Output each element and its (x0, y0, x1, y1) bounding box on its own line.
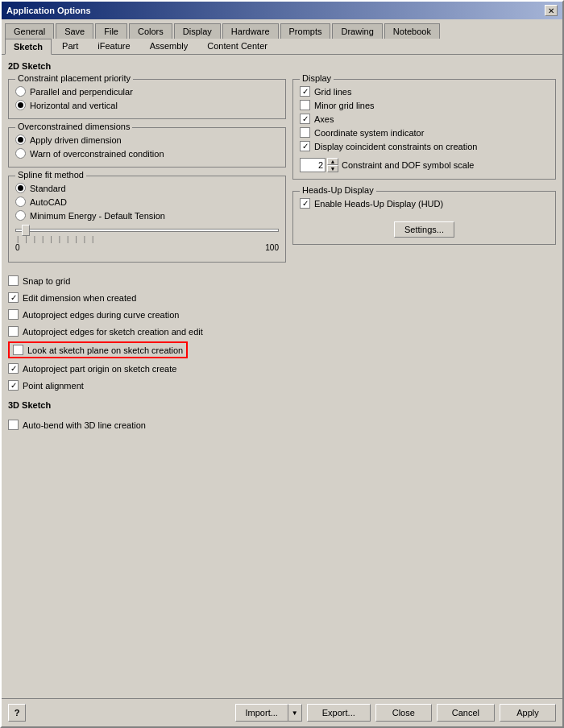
slider-labels: 0 100 (15, 243, 279, 252)
close-button[interactable]: Close (375, 704, 432, 722)
two-column-layout: Constraint placement priority Parallel a… (8, 79, 556, 266)
spline-slider-track[interactable] (15, 229, 279, 232)
check-hud[interactable]: Enable Heads-Up Display (HUD) (300, 196, 549, 210)
check-auto-bend[interactable]: Auto-bend with 3D line creation (8, 418, 556, 432)
checkbox-minor-grid-lines[interactable] (300, 100, 310, 110)
checkbox-autoproject-sketch[interactable] (8, 326, 19, 337)
checkbox-axes[interactable] (300, 114, 310, 124)
tab-save[interactable]: Save (56, 23, 93, 39)
radio-warn-btn[interactable] (15, 148, 26, 159)
label-autoproject-curve: Autoproject edges during curve creation (23, 310, 179, 320)
tab-prompts[interactable]: Prompts (280, 23, 331, 39)
tab-colors[interactable]: Colors (129, 23, 172, 39)
apply-button[interactable]: Apply (500, 704, 556, 722)
check-autoproject-origin[interactable]: Autoproject part origin on sketch create (8, 362, 556, 375)
radio-standard[interactable]: Standard (15, 181, 279, 195)
import-dropdown-arrow[interactable]: ▼ (288, 704, 302, 722)
tab-file[interactable]: File (95, 23, 127, 39)
radio-apply-driven[interactable]: Apply driven dimension (15, 133, 279, 147)
checkbox-grid-lines[interactable] (300, 86, 310, 97)
check-edit-dimension[interactable]: Edit dimension when created (8, 291, 556, 304)
spinner-buttons: ▲ ▼ (327, 158, 338, 172)
hud-group-title: Heads-Up Display (300, 185, 376, 195)
label-snap-to-grid: Snap to grid (23, 276, 70, 286)
tab-content-center[interactable]: Content Center (198, 38, 276, 54)
hud-settings-button[interactable]: Settings... (394, 221, 454, 238)
tab-drawing[interactable]: Drawing (332, 23, 382, 39)
checkbox-auto-bend[interactable] (8, 420, 19, 430)
spinner-down-btn[interactable]: ▼ (327, 165, 338, 172)
export-button[interactable]: Export... (307, 704, 371, 722)
tabs-row-2: Sketch Part iFeature Assembly Content Ce… (2, 38, 562, 55)
radio-horizontal-btn[interactable] (15, 100, 26, 110)
checkbox-hud[interactable] (300, 198, 310, 209)
label-coincident-constraints: Display coincident constraints on creati… (314, 142, 477, 151)
radio-autocad-label: AutoCAD (30, 197, 67, 207)
spline-slider-thumb[interactable] (22, 225, 30, 236)
hud-group: Heads-Up Display Enable Heads-Up Display… (292, 191, 556, 245)
tab-sketch[interactable]: Sketch (5, 39, 52, 55)
check-grid-lines[interactable]: Grid lines (300, 85, 549, 98)
check-point-alignment[interactable]: Point alignment (8, 378, 556, 392)
radio-autocad-btn[interactable] (15, 196, 26, 207)
checkbox-snap-to-grid[interactable] (8, 275, 19, 286)
tab-display[interactable]: Display (174, 23, 221, 39)
spinner-label: Constraint and DOF symbol scale (342, 160, 474, 170)
spinner-up-btn[interactable]: ▲ (327, 158, 338, 165)
label-autoproject-sketch: Autoproject edges for sketch creation an… (23, 327, 203, 337)
tab-part[interactable]: Part (53, 38, 87, 54)
radio-warn[interactable]: Warn of overconstrained condition (15, 147, 279, 160)
checkbox-point-alignment[interactable] (8, 380, 19, 391)
check-minor-grid-lines[interactable]: Minor grid lines (300, 98, 549, 112)
tab-hardware[interactable]: Hardware (222, 23, 279, 39)
checkbox-coord-indicator[interactable] (300, 127, 310, 138)
spline-group: Spline fit method Standard AutoCAD Minim… (8, 176, 286, 263)
check-autoproject-sketch[interactable]: Autoproject edges for sketch creation an… (8, 325, 556, 338)
import-button[interactable]: Import... (235, 704, 288, 722)
tab-notebook[interactable]: Notebook (384, 23, 440, 39)
label-axes: Axes (314, 114, 334, 124)
spinner-group: ▲ ▼ Constraint and DOF symbol scale (300, 158, 549, 172)
display-group-title: Display (300, 73, 334, 83)
slider-max-label: 100 (265, 243, 279, 252)
radio-horizontal-label: Horizontal and vertical (30, 101, 118, 110)
check-coord-indicator[interactable]: Coordinate system indicator (300, 126, 549, 139)
display-group: Display Grid lines Minor grid lines Axes (292, 79, 556, 180)
check-snap-to-grid[interactable]: Snap to grid (8, 274, 556, 287)
spinner-input[interactable] (300, 158, 326, 172)
checkbox-autoproject-origin[interactable] (8, 363, 19, 374)
constraint-group-title: Constraint placement priority (15, 73, 133, 83)
radio-standard-btn[interactable] (15, 183, 26, 193)
checkbox-coincident-constraints[interactable] (300, 141, 310, 151)
sketch-2d-label: 2D Sketch (8, 61, 556, 71)
checkbox-autoproject-curve[interactable] (8, 309, 19, 320)
check-coincident-constraints[interactable]: Display coincident constraints on creati… (300, 139, 549, 153)
overconstrained-group-title: Overconstrained dimensions (15, 122, 132, 131)
check-autoproject-curve[interactable]: Autoproject edges during curve creation (8, 308, 556, 321)
checkbox-edit-dimension[interactable] (8, 292, 19, 303)
right-column: Display Grid lines Minor grid lines Axes (292, 79, 556, 266)
radio-apply-driven-btn[interactable] (15, 134, 26, 145)
radio-horizontal[interactable]: Horizontal and vertical (15, 98, 279, 112)
radio-min-energy-btn[interactable] (15, 210, 26, 221)
label-point-alignment: Point alignment (23, 381, 84, 391)
slider-tick-container: | | | | | | | | | | (17, 235, 277, 243)
label-grid-lines: Grid lines (314, 87, 351, 97)
cancel-button[interactable]: Cancel (437, 704, 495, 722)
title-bar: Application Options ✕ (2, 2, 562, 19)
radio-parallel[interactable]: Parallel and perpendicular (15, 85, 279, 98)
close-button[interactable]: ✕ (545, 5, 558, 16)
application-options-window: Application Options ✕ General Save File … (0, 0, 564, 728)
check-axes[interactable]: Axes (300, 112, 549, 126)
help-button[interactable]: ? (8, 704, 26, 722)
radio-parallel-label: Parallel and perpendicular (30, 87, 133, 97)
check-look-at-sketch[interactable]: Look at sketch plane on sketch creation (8, 341, 188, 358)
radio-autocad[interactable]: AutoCAD (15, 195, 279, 209)
tab-assembly[interactable]: Assembly (141, 38, 197, 54)
tab-ifeature[interactable]: iFeature (89, 38, 139, 54)
radio-parallel-btn[interactable] (15, 86, 26, 97)
radio-min-energy[interactable]: Minimum Energy - Default Tension (15, 209, 279, 222)
checkbox-look-at-sketch[interactable] (13, 345, 23, 355)
tab-general[interactable]: General (5, 23, 54, 39)
label-minor-grid-lines: Minor grid lines (314, 101, 375, 110)
